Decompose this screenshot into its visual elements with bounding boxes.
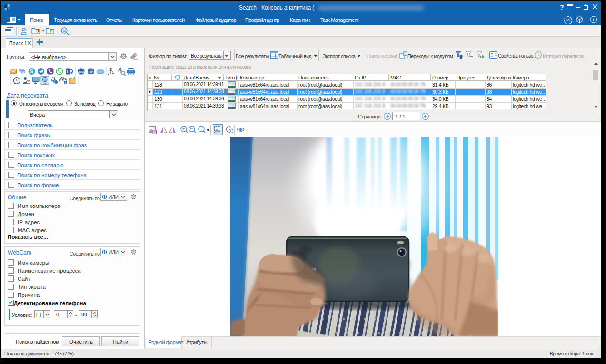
svg-text:S: S [30,69,33,74]
svg-text:API: API [566,19,570,21]
svg-text:ID: ID [63,30,66,32]
svg-text:HTTP: HTTP [79,70,84,73]
svg-text:L: L [67,69,69,74]
svg-text:FTP: FTP [89,70,93,73]
svg-text:IM: IM [21,70,25,73]
